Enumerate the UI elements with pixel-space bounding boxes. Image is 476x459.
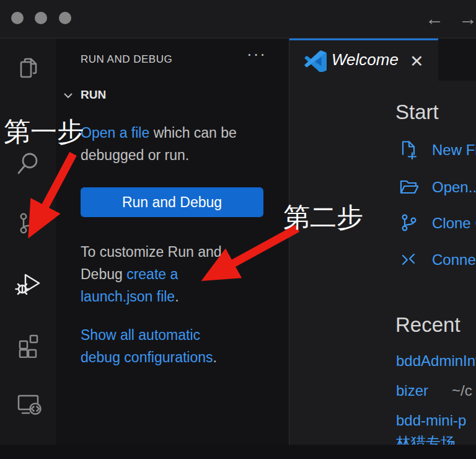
start-heading: Start [395,100,439,124]
explorer-icon[interactable] [14,55,42,82]
recent-heading: Recent [395,313,461,337]
window-close-button[interactable] [11,12,24,24]
remote-explorer-icon[interactable] [14,390,42,417]
open-file-hint-text: Open a file which can be debugged or run… [81,122,243,166]
new-file-icon [399,140,418,159]
recent-item[interactable]: bdd-mini-p [396,412,466,429]
title-bar: ← → [0,0,476,38]
tab-bar-empty-space [438,38,476,81]
run-and-debug-icon[interactable] [14,270,42,298]
panel-title: RUN AND DEBUG [81,53,172,66]
start-item-open[interactable]: Open... [399,177,476,198]
tab-title: Welcome [332,50,399,69]
start-item-label: New File... [432,141,476,159]
open-a-file-link[interactable]: Open a file [81,125,149,141]
clone-repository-icon [399,213,418,233]
nav-back-button[interactable]: ← [425,6,444,31]
window-zoom-button[interactable] [59,12,71,24]
remote-connect-icon [399,249,418,269]
vscode-window: ← → [0,0,476,459]
start-item-clone[interactable]: Clone Git Repository... [399,213,476,234]
editor-area: Welcome ✕ Start New File... [289,38,476,459]
chevron-down-icon[interactable] [63,92,73,99]
start-item-connect[interactable]: Connect to... [399,249,476,270]
show-debug-configs-link[interactable]: Show all automatic debug configurations [81,327,213,365]
recent-item-path: ~/c [452,382,472,399]
annotation-step2: 第二步 [283,200,363,236]
vscode-logo-icon [304,50,327,72]
window-minimize-button[interactable] [35,12,47,24]
source-control-icon[interactable] [14,210,42,237]
start-item-label: Connect to... [432,251,476,269]
start-item-label: Open... [432,179,476,196]
start-item-new-file[interactable]: New File... [399,140,476,161]
tab-close-icon[interactable]: ✕ [410,51,424,71]
more-actions-button[interactable]: ··· [247,45,267,64]
extensions-icon[interactable] [14,331,42,358]
recent-item[interactable]: bddAdminInfo [396,352,476,370]
start-item-label: Clone Git Repository... [432,215,476,232]
tab-welcome[interactable]: Welcome ✕ [289,38,438,82]
run-section-header[interactable]: RUN [81,88,106,102]
hint-text: . [175,288,178,305]
open-folder-icon [399,177,418,197]
show-configs-text: Show all automatic debug configurations. [81,324,243,368]
search-icon[interactable] [14,151,42,178]
run-and-debug-button[interactable]: Run and Debug [81,187,263,217]
window-bottom-edge [0,445,476,459]
customize-hint-text: To customize Run and Debug create a laun… [81,241,243,308]
annotation-step1: 第一步 [4,114,84,150]
run-and-debug-panel: RUN AND DEBUG ··· RUN Open a file which … [56,38,289,459]
nav-forward-button[interactable]: → [459,6,476,31]
hint-text: . [213,349,217,365]
recent-item[interactable]: bizer [396,382,428,399]
activity-bar [0,38,56,459]
